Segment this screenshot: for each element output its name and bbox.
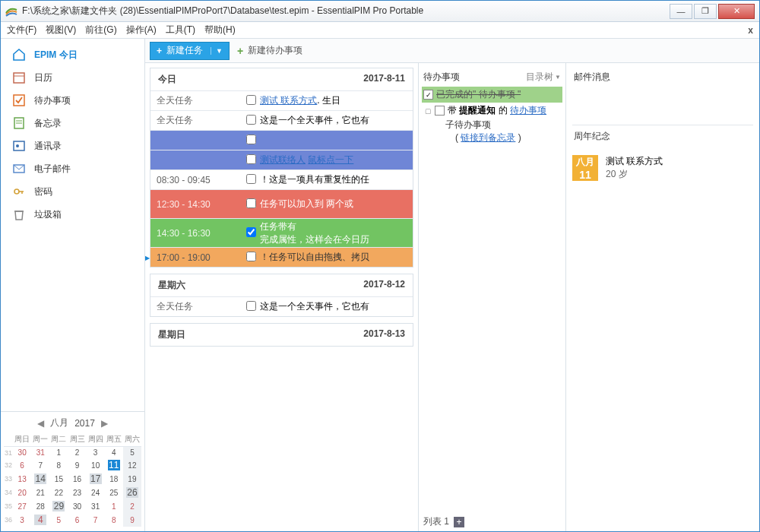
todo-listbar: 列表 1 + — [423, 515, 561, 528]
schedule-row[interactable]: 全天任务这是一个全天事件，它也有 — [150, 296, 413, 316]
new-task-button[interactable]: + 新建任务 ▼ — [150, 42, 230, 60]
row-checkbox[interactable] — [242, 154, 260, 166]
calendar-day[interactable]: 28 — [31, 499, 49, 513]
row-checkbox[interactable] — [242, 301, 260, 313]
minimize-button[interactable]: — — [670, 4, 692, 19]
menu-view[interactable]: 视图(V) — [46, 24, 76, 36]
calendar-day[interactable]: 31 — [87, 499, 105, 513]
maximize-button[interactable]: ❐ — [694, 4, 717, 19]
mini-calendar-grid[interactable]: 周日周一周二周三周四周五周六31303112345326789101112331… — [4, 432, 141, 527]
checkbox-icon[interactable]: ✓ — [423, 90, 433, 100]
calendar-day[interactable]: 10 — [87, 458, 105, 472]
sidebar-item-label: 垃圾箱 — [34, 208, 62, 221]
todo-list-label[interactable]: 列表 1 — [423, 515, 449, 528]
calendar-day[interactable]: 16 — [68, 472, 86, 486]
calendar-day[interactable]: 19 — [123, 472, 141, 486]
calendar-day[interactable]: 1 — [105, 499, 123, 513]
calendar-day[interactable]: 1 — [49, 447, 68, 459]
calendar-day[interactable]: 23 — [68, 486, 86, 499]
dropdown-icon[interactable]: ▼ — [211, 47, 223, 55]
calendar-day[interactable]: 8 — [105, 513, 123, 527]
calendar-day[interactable]: 9 — [123, 513, 141, 527]
todo-view-mode[interactable]: 目录树 ▼ — [526, 71, 561, 84]
expand-icon[interactable]: ▢ — [425, 107, 432, 115]
schedule-row[interactable]: 测试联络人 鼠标点一下 — [150, 150, 413, 169]
calendar-day[interactable]: 6 — [68, 513, 86, 527]
calendar-day[interactable]: 31 — [31, 447, 49, 459]
calendar-day[interactable]: 26 — [123, 486, 141, 499]
todo-item-reminder[interactable]: ▢ 带 提醒通知 的 待办事项 — [422, 103, 562, 119]
menu-close-icon[interactable]: x — [748, 25, 753, 36]
menu-goto[interactable]: 前往(G) — [85, 24, 116, 36]
calendar-day[interactable]: 5 — [123, 447, 141, 459]
calendar-day[interactable]: 20 — [13, 486, 31, 499]
anniversary-card[interactable]: 八月11 测试 联系方式 20 岁 — [572, 152, 753, 184]
add-list-icon[interactable]: + — [454, 517, 464, 527]
calendar-day[interactable]: 11 — [105, 458, 123, 472]
menu-file[interactable]: 文件(F) — [7, 24, 36, 36]
todo-child-link[interactable]: 链接到备忘录 — [461, 132, 515, 143]
calendar-day[interactable]: 4 — [105, 447, 123, 459]
calendar-day[interactable]: 22 — [49, 486, 68, 499]
row-checkbox[interactable] — [242, 135, 260, 147]
calendar-day[interactable]: 25 — [105, 486, 123, 499]
calendar-day[interactable]: 17 — [87, 472, 105, 486]
row-checkbox[interactable] — [242, 252, 260, 264]
sidebar-item-note[interactable]: 备忘录 — [1, 112, 144, 135]
calendar-day[interactable]: 30 — [68, 499, 86, 513]
close-button[interactable]: ✕ — [718, 4, 755, 19]
calendar-day[interactable]: 2 — [123, 499, 141, 513]
schedule-column: 今日 2017-8-11 全天任务测试 联系方式. 生日全天任务这是一个全天事件… — [145, 63, 419, 531]
row-checkbox[interactable] — [242, 198, 260, 211]
new-todo-button[interactable]: + 新建待办事项 — [237, 44, 302, 57]
calendar-day[interactable]: 29 — [49, 499, 68, 513]
schedule-row[interactable]: 14:30 - 16:30任务带有完成属性，这样会在今日历 — [150, 218, 413, 247]
sidebar-item-home[interactable]: EPIM 今日 — [1, 43, 144, 66]
mini-calendar[interactable]: ◀ 八月 2017 ▶ 周日周一周二周三周四周五周六31303112345326… — [1, 411, 144, 531]
calendar-day[interactable]: 9 — [68, 458, 86, 472]
schedule-row[interactable]: 全天任务测试 联系方式. 生日 — [150, 90, 413, 110]
calendar-day[interactable]: 30 — [13, 447, 31, 459]
prev-month-icon[interactable]: ◀ — [37, 418, 44, 429]
schedule-row[interactable]: 全天任务这是一个全天事件，它也有 — [150, 110, 413, 130]
calendar-day[interactable]: 14 — [31, 472, 49, 486]
sidebar-item-trash[interactable]: 垃圾箱 — [1, 203, 144, 226]
calendar-day[interactable]: 24 — [87, 486, 105, 499]
schedule-row[interactable]: 08:30 - 09:45！这是一项具有重复性的任 — [150, 169, 413, 189]
calendar-day[interactable]: 27 — [13, 499, 31, 513]
row-checkbox[interactable] — [242, 95, 260, 107]
next-month-icon[interactable]: ▶ — [101, 418, 108, 429]
sidebar-item-mail[interactable]: 电子邮件 — [1, 157, 144, 180]
calendar-day[interactable]: 3 — [87, 447, 105, 459]
calendar-day[interactable]: 3 — [13, 513, 31, 527]
calendar-day[interactable]: 12 — [123, 458, 141, 472]
menu-help[interactable]: 帮助(H) — [204, 24, 236, 36]
checkbox-icon[interactable] — [435, 106, 445, 116]
schedule-row[interactable] — [150, 130, 413, 150]
sidebar-item-key[interactable]: 密码 — [1, 180, 144, 203]
schedule-row[interactable]: ▶17:00 - 19:00！任务可以自由拖拽、拷贝 — [150, 247, 413, 267]
row-checkbox[interactable] — [242, 115, 260, 127]
calendar-day[interactable]: 15 — [49, 472, 68, 486]
schedule-row[interactable]: 12:30 - 14:30任务可以加入到 两个或 — [150, 189, 413, 218]
row-checkbox[interactable] — [242, 227, 260, 239]
calendar-day[interactable]: 5 — [49, 513, 68, 527]
calendar-day[interactable]: 13 — [13, 472, 31, 486]
nav: EPIM 今日日历待办事项备忘录通讯录电子邮件密码垃圾箱 — [1, 39, 144, 411]
calendar-day[interactable]: 4 — [31, 513, 49, 527]
todo-item-done[interactable]: ✓ 已完成的" 待办事项 " — [422, 87, 562, 103]
calendar-day[interactable]: 21 — [31, 486, 49, 499]
calendar-day[interactable]: 7 — [31, 458, 49, 472]
sidebar-item-calendar[interactable]: 日历 — [1, 66, 144, 89]
calendar-day[interactable]: 8 — [49, 458, 68, 472]
todo-child-item[interactable]: 子待办事项 ( 链接到备忘录 ) — [422, 119, 562, 144]
calendar-day[interactable]: 7 — [87, 513, 105, 527]
calendar-day[interactable]: 2 — [68, 447, 86, 459]
sidebar-item-todo[interactable]: 待办事项 — [1, 89, 144, 112]
menu-tools[interactable]: 工具(T) — [166, 24, 195, 36]
calendar-day[interactable]: 18 — [105, 472, 123, 486]
row-checkbox[interactable] — [242, 174, 260, 186]
calendar-day[interactable]: 6 — [13, 458, 31, 472]
menu-action[interactable]: 操作(A) — [126, 24, 157, 36]
sidebar-item-contact[interactable]: 通讯录 — [1, 135, 144, 157]
